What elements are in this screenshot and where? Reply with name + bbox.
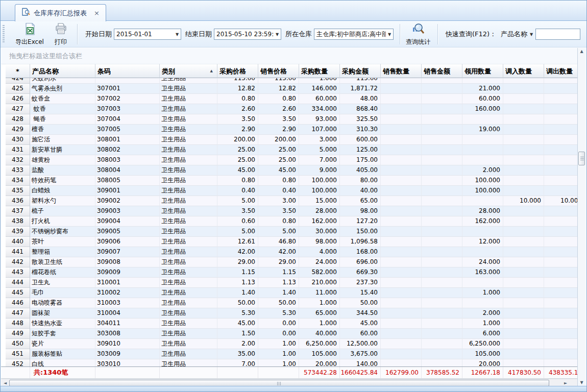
table-row[interactable]: 428 蝇香307004卫生用品3.503.5093.000325.50 [6,114,579,125]
cell-requisition-qty [462,196,503,206]
cell-requisition-qty: 12.000 [462,237,503,247]
scroll-down-icon[interactable]: ▼ [578,379,585,386]
col-header-requisition-qty[interactable]: 领用数量 [462,64,503,78]
col-header-purchase-qty[interactable]: 采购数量 [299,64,340,78]
cell-category: 卫生用品 [160,125,217,135]
cell-row-no: 427 [6,104,30,114]
table-row[interactable]: 431新安草甘膦308002卫生用品25.0025.005.000125.00 [6,145,579,155]
table-row[interactable]: 452白线303010卫生用品7.001.0020.000140.0020.00… [6,359,579,366]
cell-sales-qty [381,125,422,135]
table-row[interactable]: 425气雾杀虫剂307001卫生用品12.8212.82146.0001,871… [6,84,579,94]
table-row[interactable]: 450瓷片309010卫生用品2.001.006,250.00012,500.0… [6,339,579,349]
cell-purchase-amount: 600.00 [340,135,381,145]
vertical-scrollbar[interactable]: ▲ ▼ [577,48,586,387]
table-row[interactable]: 426蚊香盒307002卫生用品0.800.8060.00048.0060.00… [6,94,579,104]
quick-query-field-selector[interactable]: 产品名称 ▼ [501,21,533,47]
toolbar-drag-handle-icon[interactable] [3,25,5,43]
cell-sales-amount [422,135,462,145]
col-header-barcode[interactable]: 条码 [95,64,160,78]
close-icon[interactable]: × [94,10,100,16]
cell-purchase-price: 45.00 [217,165,258,176]
table-row[interactable]: 446电动喷雾器310003卫生用品50.0050.001.00050.00 [6,298,579,308]
export-excel-button[interactable]: 导出Excel [13,22,46,46]
table-row[interactable]: 451服装标签贴303009卫生用品35.001.00105.0003,675.… [6,349,579,359]
cell-purchase-qty: 28.000 [299,206,340,216]
cell-purchase-price: 1.50 [217,329,258,339]
cell-sale-price: 1.00 [258,339,299,349]
cell-purchase-amount: 310.30 [340,125,381,135]
col-header-transfer-out-qty[interactable]: 调出数量 [544,64,579,78]
col-header-transfer-in-qty[interactable]: 调入数量 [503,64,544,78]
group-by-band[interactable]: 拖曳栏标题这里组合该栏 [1,48,579,64]
table-row[interactable]: 445毛巾310002卫生用品1.401.4011.00015.401.000 [6,288,579,298]
col-header-purchase-price[interactable]: 采购价格 [217,64,258,78]
end-date-combobox[interactable]: 2015-05-10 23:59:59 ▼ [214,29,281,40]
cell-product-name: 瓷片 [30,339,95,349]
cell-transfer-in-qty [503,135,544,145]
table-row[interactable]: 432雄黄粉308003卫生用品25.0025.007.000175.00 [6,155,579,165]
cell-category: 卫生用品 [160,339,217,349]
cell-sale-price: 0.00 [258,329,299,339]
cell-transfer-out-qty [544,165,579,176]
table-row[interactable]: 430施它活308001卫生用品200.00200.003.000600.00 [6,135,579,145]
vertical-scrollbar-thumb[interactable] [578,152,585,165]
warehouse-combobox[interactable]: 主仓库;初中部商店;高中部商店 ▼ [314,29,394,40]
table-row[interactable]: 424灭蚊药水卫生用品115.00115.001.000115.00 [6,78,579,84]
scroll-up-icon[interactable]: ▲ [578,48,585,55]
table-row[interactable]: 447圆袜架310004卫生用品5.305.3065.000344.502.00… [6,308,579,318]
cell-purchase-price: 35.00 [217,349,258,359]
cell-purchase-qty: 20.000 [299,359,340,366]
table-row[interactable]: 439不锈钢纱窗布309005卫生用品5.005.0030.000150.00 [6,227,579,237]
table-row[interactable]: 429檀香307005卫生用品2.902.90107.000310.3019.0… [6,125,579,135]
cell-requisition-qty [462,78,503,84]
cell-purchase-price: 0.60 [217,216,258,227]
cell-sales-qty [381,176,422,186]
cell-sales-amount [422,84,462,94]
table-row[interactable]: 434特效药笔308005卫生用品0.800.80100.00080.00100… [6,176,579,186]
cell-purchase-price: 12.82 [217,84,258,94]
table-row[interactable]: 449短胶手套303008卫生用品1.500.0040.00060.006.00… [6,329,579,339]
chevron-down-icon[interactable]: ▼ [274,32,281,37]
cell-product-name: 打火机 [30,216,95,227]
cell-category: 卫生用品 [160,145,217,155]
cell-product-name: 梳子 [30,206,95,216]
quick-query-input[interactable] [535,29,580,40]
table-row[interactable]: 440茶叶309006卫生用品12.6146.8098.0001,096.581… [6,237,579,247]
query-statistics-button[interactable]: 查询统计 [404,22,432,46]
table-row[interactable]: 436塑料水勺309002卫生用品5.003.0015.00065.0010.0… [6,196,579,206]
start-date-combobox[interactable]: 2015-01-01 ▼ [114,29,181,40]
tab-warehouse-report[interactable]: 仓库库存汇总报表 × [15,4,106,21]
col-header-sales-amount[interactable]: 销售金额 [422,64,462,78]
cell-sales-amount [422,104,462,114]
col-header-purchase-amount[interactable]: 采购金额 [340,64,381,78]
table-row[interactable]: 443榴花卷纸309009卫生用品1.151.15582.000669.3016… [6,267,579,278]
warehouse-value: 主仓库;初中部商店;高中部商店 [314,30,386,39]
cell-sales-qty [381,155,422,165]
table-row[interactable]: 435白蜡烛309001卫生用品0.400.40100.00040.00100.… [6,186,579,196]
cell-sales-qty [381,308,422,318]
col-header-row-no[interactable]: * [6,64,30,78]
col-header-sales-qty[interactable]: 销售数量 [381,64,422,78]
table-row[interactable]: 442散装卫生纸309008卫生用品29.0029.0024.000696.00… [6,257,579,267]
col-header-product-name[interactable]: 产品名称 [30,64,95,78]
col-header-sale-price[interactable]: 销售价格 [258,64,299,78]
table-row[interactable]: 441整理箱309007卫生用品42.0042.004.000168.00 [6,247,579,257]
cell-sale-price: 0.00 [258,318,299,329]
table-row[interactable]: 444卫生丸310001卫生用品1.131.13210.000237.30 [6,278,579,288]
chevron-down-icon[interactable]: ▼ [174,32,181,37]
cell-transfer-out-qty [544,114,579,125]
cell-purchase-amount: 115.00 [340,78,381,84]
table-row[interactable]: 438打火机309004卫生用品0.600.80162.000127.20162… [6,216,579,227]
table-row[interactable]: 433盐酸308004卫生用品45.0045.009.000405.002.00… [6,165,579,176]
cell-requisition-qty [462,145,503,155]
table-row[interactable]: 437梳子309003卫生用品3.503.5028.00098.0028.000 [6,206,579,216]
cell-purchase-qty: 1.000 [299,78,340,84]
print-button[interactable]: 打印 [50,22,72,46]
col-header-category[interactable]: 类别▲ [160,64,217,78]
chevron-down-icon[interactable]: ▼ [386,32,393,37]
table-row[interactable]: 448快速热水壶304011卫生用品45.000.001.00045.001.0… [6,318,579,329]
table-row[interactable]: 427 蚊香307003卫生用品2.602.60334.000868.40160… [6,104,579,114]
cell-purchase-amount: 175.00 [340,155,381,165]
cell-sales-amount [422,288,462,298]
cell-purchase-price: 3.50 [217,114,258,125]
